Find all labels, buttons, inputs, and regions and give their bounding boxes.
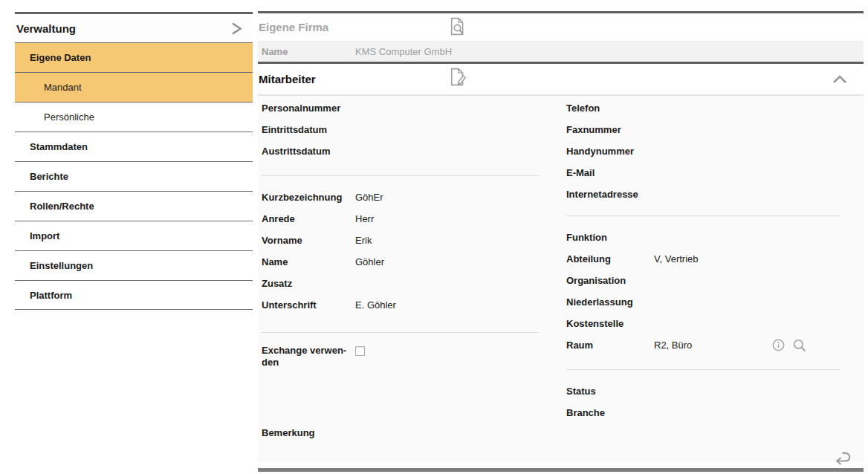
field-value[interactable]: GöhEr [355, 186, 539, 208]
section-title: Eigene Firma [259, 21, 328, 33]
field-value[interactable]: Göhler [355, 251, 539, 273]
sidebar-item-label: Mandant [44, 82, 82, 93]
field-value[interactable]: E. Göhler [355, 294, 539, 316]
return-arrow-icon[interactable] [833, 448, 853, 469]
document-search-icon[interactable] [448, 17, 467, 41]
field-value[interactable] [654, 162, 840, 184]
section-header-mitarbeiter: Mitarbeiter [258, 64, 864, 94]
main-panel: Eigene Firma Name KMS Computer GmbH Mita… [258, 11, 864, 472]
field-telefon: Telefon [566, 97, 840, 119]
field-handynummer: Handynummer [566, 140, 840, 162]
field-label: Exchange verwen-den [262, 345, 355, 369]
field-value[interactable]: R2, Büro [654, 334, 692, 356]
field-value[interactable] [654, 119, 840, 140]
info-icon[interactable] [772, 339, 785, 351]
sidebar-item-label: Stammdaten [30, 141, 88, 152]
field-vorname: Vorname Erik [262, 230, 539, 251]
field-label: Austrittsdatum [262, 140, 355, 162]
field-value[interactable]: Erik [355, 230, 539, 251]
field-label: Organisation [566, 270, 654, 291]
sidebar-item-persoenliche[interactable]: Persönliche [15, 102, 253, 132]
field-label: Abteilung [566, 248, 654, 270]
field-value[interactable] [654, 227, 840, 248]
field-label: Unterschrift [262, 294, 355, 316]
field-value[interactable]: Herr [355, 208, 539, 230]
document-edit-icon[interactable] [448, 68, 467, 91]
field-value: KMS Computer GmbH [355, 46, 452, 57]
sidebar-item-label: Berichte [30, 171, 68, 182]
field-value[interactable] [654, 140, 840, 162]
sidebar-item-berichte[interactable]: Berichte [15, 161, 253, 191]
field-anrede: Anrede Herr [262, 208, 539, 230]
field-personalnummer: Personalnummer [262, 97, 539, 119]
field-value[interactable] [355, 97, 539, 119]
sidebar-item-plattform[interactable]: Plattform [15, 280, 253, 310]
sidebar-item-import[interactable]: Import [15, 221, 253, 250]
field-unterschrift: Unterschrift E. Göhler [262, 294, 539, 316]
field-value[interactable] [654, 184, 840, 205]
group-divider [566, 215, 840, 216]
search-icon[interactable] [793, 339, 806, 352]
field-label: Internetadresse [566, 184, 654, 205]
sidebar-item-label: Plattform [30, 290, 72, 301]
form-column-left: Personalnummer Eintrittsdatum Austrittsd… [262, 97, 539, 462]
field-label: Status [566, 380, 654, 402]
field-zusatz: Zusatz [262, 273, 539, 294]
field-eintrittsdatum: Eintrittsdatum [262, 119, 539, 140]
field-value[interactable] [654, 270, 840, 291]
sidebar-item-stammdaten[interactable]: Stammdaten [15, 132, 253, 161]
form-column-right: Telefon Faxnummer Handynummer E-Mail Int… [566, 97, 840, 462]
field-branche: Branche [566, 402, 840, 423]
field-label: Anrede [262, 208, 355, 230]
field-niederlassung: Niederlassung [566, 291, 840, 313]
section-header-eigene-firma: Eigene Firma [258, 13, 864, 41]
sidebar-item-label: Einstellungen [30, 260, 93, 271]
collapse-chevron-up-icon[interactable] [832, 75, 847, 84]
bottom-bar [258, 468, 864, 472]
raum-actions [772, 334, 806, 356]
group-divider [262, 175, 539, 176]
field-value[interactable] [355, 119, 539, 140]
field-value[interactable]: V, Vertrieb [654, 248, 840, 270]
field-value[interactable] [654, 97, 840, 119]
field-label: Zusatz [262, 273, 355, 294]
field-value[interactable] [654, 291, 840, 313]
field-value[interactable] [355, 140, 539, 162]
field-label: Raum [566, 334, 654, 356]
sidebar-item-rollen-rechte[interactable]: Rollen/Rechte [15, 191, 253, 221]
sidebar-item-label: Persönliche [44, 111, 94, 123]
field-exchange-verwenden: Exchange verwen-den [262, 345, 539, 369]
field-internetadresse: Internetadresse [566, 184, 840, 205]
sidebar-item-einstellungen[interactable]: Einstellungen [15, 250, 253, 280]
field-kurzbezeichnung: Kurzbezeichnung GöhEr [262, 186, 539, 208]
field-value[interactable] [654, 380, 840, 402]
field-austrittsdatum: Austrittsdatum [262, 140, 539, 162]
field-label: Handynummer [566, 140, 654, 162]
exchange-checkbox[interactable] [355, 346, 365, 356]
field-firma-name: Name KMS Computer GmbH [258, 41, 864, 62]
sidebar-header[interactable]: Verwaltung [15, 14, 253, 42]
field-value[interactable] [654, 313, 840, 334]
field-raum: Raum R2, Büro [566, 334, 840, 356]
field-value[interactable] [355, 273, 539, 294]
field-kostenstelle: Kostenstelle [566, 313, 840, 334]
field-value[interactable] [654, 402, 840, 423]
sidebar-item-label: Import [30, 230, 59, 241]
field-label: Faxnummer [566, 119, 654, 140]
chevron-right-icon[interactable] [230, 22, 243, 36]
section-title: Mitarbeiter [259, 73, 316, 85]
field-label: Niederlassung [566, 291, 654, 313]
group-divider [566, 369, 840, 370]
field-label: Kostenstelle [566, 313, 654, 334]
sidebar: Verwaltung Eigene Daten Mandant Persönli… [15, 12, 253, 310]
sidebar-item-mandant[interactable]: Mandant [15, 72, 253, 102]
field-label: Vorname [262, 230, 355, 251]
field-email: E-Mail [566, 162, 840, 184]
sidebar-title: Verwaltung [16, 22, 76, 35]
field-value[interactable] [355, 422, 539, 444]
field-status: Status [566, 380, 840, 402]
sidebar-item-label: Eigene Daten [30, 52, 91, 63]
field-label: Name [262, 46, 355, 57]
field-label: Kurzbezeichnung [262, 186, 355, 208]
sidebar-item-eigene-daten[interactable]: Eigene Daten [15, 42, 253, 72]
